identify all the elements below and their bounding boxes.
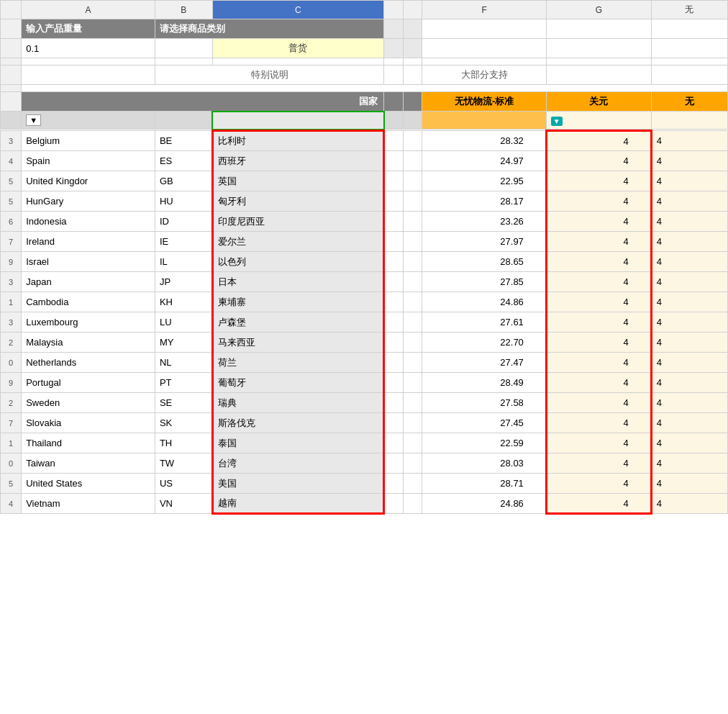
- cell-price: 22.59: [422, 433, 546, 453]
- top-row-4: 特别说明 大部分支持: [1, 65, 728, 85]
- table-row: 7IrelandIE爱尔兰27.9744: [1, 232, 728, 252]
- special-note-label: 特别说明: [155, 65, 383, 85]
- cell-h: 4: [651, 373, 727, 393]
- empty-g2: [546, 39, 651, 58]
- cell-country-cn: 柬埔寨: [212, 292, 384, 312]
- cell-country-code: TH: [155, 433, 212, 453]
- cell-qty: 4: [546, 151, 651, 171]
- table-row: 1ThailandTH泰国22.5944: [1, 433, 728, 453]
- table-row: 5HunGaryHU匈牙利28.1744: [1, 191, 728, 212]
- cell-price: 27.85: [422, 272, 546, 292]
- cell-country-en: Belgium: [22, 131, 155, 151]
- cell-country-code: SK: [155, 413, 212, 433]
- cell-price: 22.70: [422, 333, 546, 353]
- cell-e: [403, 474, 422, 494]
- weight-value[interactable]: 0.1: [22, 39, 155, 58]
- cell-d: [384, 474, 404, 494]
- rownum-data: 0: [1, 453, 22, 474]
- cell-d: [384, 131, 404, 151]
- puhuo-value[interactable]: 普货: [212, 39, 384, 58]
- cell-price: 27.58: [422, 393, 546, 413]
- table-row: 5United KingdorGB英国22.9544: [1, 171, 728, 191]
- filter-a[interactable]: ▼: [22, 112, 155, 130]
- cell-country-cn: 马来西亚: [212, 333, 384, 353]
- cell-qty: 4: [546, 191, 651, 212]
- cell-d: [384, 151, 404, 171]
- cell-qty: 4: [546, 171, 651, 191]
- cell-country-code: PT: [155, 373, 212, 393]
- cell-price: 24.86: [422, 292, 546, 312]
- filter-e: [403, 112, 422, 130]
- cell-e: [403, 453, 422, 474]
- cell-country-code: NL: [155, 353, 212, 373]
- cell-h: 4: [651, 453, 727, 474]
- empty-h2: [651, 39, 727, 58]
- empty-d4: [384, 65, 404, 85]
- rownum-filter: [1, 112, 22, 130]
- empty-c3: [212, 58, 384, 65]
- cell-country-cn: 越南: [212, 494, 384, 514]
- cell-h: 4: [651, 333, 727, 353]
- input-weight-label: 输入产品重量: [22, 19, 155, 39]
- cell-country-en: Indonesia: [22, 212, 155, 232]
- cell-country-cn: 台湾: [212, 453, 384, 474]
- filter-row: ▼ ▼: [1, 112, 728, 130]
- cell-qty: 4: [546, 494, 651, 514]
- cell-country-code: HU: [155, 191, 212, 212]
- rownum-data: 3: [1, 272, 22, 292]
- cell-h: 4: [651, 413, 727, 433]
- table-header-row: 国家 无忧物流-标准 关元 无: [1, 92, 728, 112]
- rownum-h: [1, 92, 22, 112]
- cell-country-cn: 卢森堡: [212, 312, 384, 333]
- filter-button-a[interactable]: ▼: [26, 114, 41, 126]
- empty-f1: [422, 19, 546, 39]
- rownum-data: 2: [1, 333, 22, 353]
- cell-country-code: TW: [155, 453, 212, 474]
- cell-country-code: ID: [155, 212, 212, 232]
- cell-h: 4: [651, 292, 727, 312]
- cell-qty: 4: [546, 453, 651, 474]
- wu-right-header: 无: [651, 92, 727, 112]
- cell-e: [403, 413, 422, 433]
- empty-b3: [155, 58, 212, 65]
- cell-e: [403, 312, 422, 333]
- empty-d2: [384, 39, 404, 58]
- cell-d: [384, 252, 404, 272]
- cell-d: [384, 453, 404, 474]
- cell-qty: 4: [546, 272, 651, 292]
- col-header-f: F: [422, 1, 546, 19]
- cell-country-code: VN: [155, 494, 212, 514]
- cell-country-en: Malaysia: [22, 333, 155, 353]
- cell-h: 4: [651, 272, 727, 292]
- rownum-data: 5: [1, 474, 22, 494]
- cell-country-en: Taiwan: [22, 453, 155, 474]
- cell-country-cn: 英国: [212, 171, 384, 191]
- cell-h: 4: [651, 252, 727, 272]
- cell-country-code: KH: [155, 292, 212, 312]
- spreadsheet: A B C F G 无 输入产品重量 请选择商品类别 0.1 普货: [0, 0, 728, 515]
- empty-h3: [651, 58, 727, 65]
- cell-country-cn: 西班牙: [212, 151, 384, 171]
- cell-country-cn: 匈牙利: [212, 191, 384, 212]
- cell-h: 4: [651, 171, 727, 191]
- cell-country-en: Portugal: [22, 373, 155, 393]
- filter-c: [212, 112, 384, 130]
- cell-price: 24.97: [422, 151, 546, 171]
- cell-country-en: Vietnam: [22, 494, 155, 514]
- rownum-data: 2: [1, 393, 22, 413]
- cell-qty: 4: [546, 393, 651, 413]
- empty-sep: [22, 85, 728, 92]
- filter-g[interactable]: ▼: [546, 112, 651, 130]
- table-row: 3JapanJP日本27.8544: [1, 272, 728, 292]
- cell-h: 4: [651, 191, 727, 212]
- cell-country-code: IL: [155, 252, 212, 272]
- cell-country-en: Luxembourg: [22, 312, 155, 333]
- teal-filter-icon[interactable]: ▼: [551, 117, 563, 126]
- cell-d: [384, 212, 404, 232]
- corner-cell: [1, 1, 22, 19]
- table-row: 0TaiwanTW台湾28.0344: [1, 453, 728, 474]
- cell-country-code: MY: [155, 333, 212, 353]
- cell-e: [403, 272, 422, 292]
- cell-e: [403, 191, 422, 212]
- cell-country-cn: 以色列: [212, 252, 384, 272]
